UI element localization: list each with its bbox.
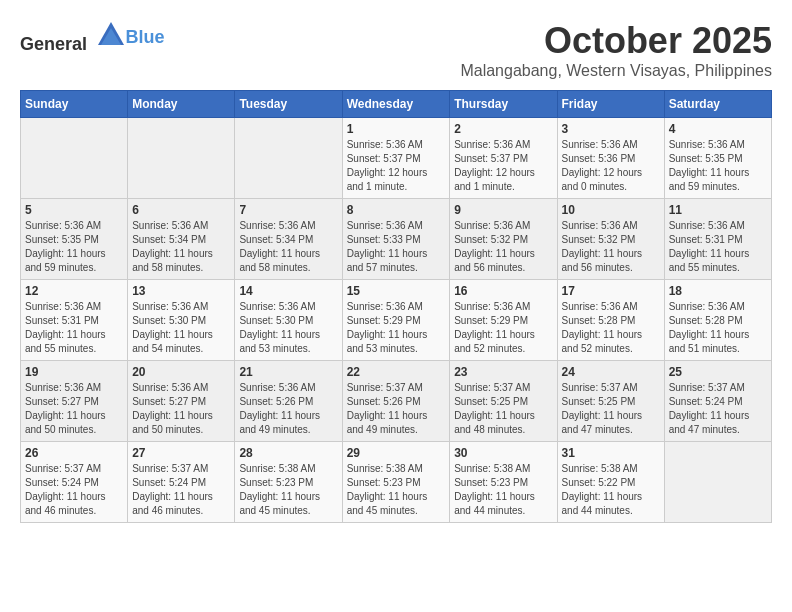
calendar-cell: 31Sunrise: 5:38 AM Sunset: 5:22 PM Dayli… — [557, 442, 664, 523]
calendar-cell: 27Sunrise: 5:37 AM Sunset: 5:24 PM Dayli… — [128, 442, 235, 523]
day-info: Sunrise: 5:38 AM Sunset: 5:23 PM Dayligh… — [454, 462, 552, 518]
day-number: 24 — [562, 365, 660, 379]
weekday-header-tuesday: Tuesday — [235, 91, 342, 118]
calendar-cell: 18Sunrise: 5:36 AM Sunset: 5:28 PM Dayli… — [664, 280, 771, 361]
day-info: Sunrise: 5:36 AM Sunset: 5:26 PM Dayligh… — [239, 381, 337, 437]
calendar-table: SundayMondayTuesdayWednesdayThursdayFrid… — [20, 90, 772, 523]
day-number: 26 — [25, 446, 123, 460]
calendar-cell: 5Sunrise: 5:36 AM Sunset: 5:35 PM Daylig… — [21, 199, 128, 280]
calendar-cell: 12Sunrise: 5:36 AM Sunset: 5:31 PM Dayli… — [21, 280, 128, 361]
day-info: Sunrise: 5:38 AM Sunset: 5:23 PM Dayligh… — [239, 462, 337, 518]
month-title: October 2025 — [460, 20, 772, 62]
day-info: Sunrise: 5:37 AM Sunset: 5:24 PM Dayligh… — [132, 462, 230, 518]
logo-icon — [96, 20, 126, 50]
day-number: 20 — [132, 365, 230, 379]
calendar-cell: 13Sunrise: 5:36 AM Sunset: 5:30 PM Dayli… — [128, 280, 235, 361]
day-number: 21 — [239, 365, 337, 379]
weekday-header-wednesday: Wednesday — [342, 91, 450, 118]
calendar-cell: 21Sunrise: 5:36 AM Sunset: 5:26 PM Dayli… — [235, 361, 342, 442]
calendar-week-row: 5Sunrise: 5:36 AM Sunset: 5:35 PM Daylig… — [21, 199, 772, 280]
calendar-cell: 4Sunrise: 5:36 AM Sunset: 5:35 PM Daylig… — [664, 118, 771, 199]
day-info: Sunrise: 5:36 AM Sunset: 5:30 PM Dayligh… — [132, 300, 230, 356]
day-info: Sunrise: 5:36 AM Sunset: 5:37 PM Dayligh… — [454, 138, 552, 194]
day-number: 27 — [132, 446, 230, 460]
calendar-cell — [21, 118, 128, 199]
calendar-cell: 2Sunrise: 5:36 AM Sunset: 5:37 PM Daylig… — [450, 118, 557, 199]
calendar-cell: 22Sunrise: 5:37 AM Sunset: 5:26 PM Dayli… — [342, 361, 450, 442]
day-info: Sunrise: 5:38 AM Sunset: 5:23 PM Dayligh… — [347, 462, 446, 518]
day-info: Sunrise: 5:36 AM Sunset: 5:29 PM Dayligh… — [454, 300, 552, 356]
calendar-body: 1Sunrise: 5:36 AM Sunset: 5:37 PM Daylig… — [21, 118, 772, 523]
calendar-cell — [664, 442, 771, 523]
calendar-week-row: 1Sunrise: 5:36 AM Sunset: 5:37 PM Daylig… — [21, 118, 772, 199]
day-number: 28 — [239, 446, 337, 460]
title-area: October 2025 Malangabang, Western Visaya… — [460, 20, 772, 80]
weekday-header-thursday: Thursday — [450, 91, 557, 118]
calendar-header: SundayMondayTuesdayWednesdayThursdayFrid… — [21, 91, 772, 118]
day-number: 11 — [669, 203, 767, 217]
calendar-week-row: 19Sunrise: 5:36 AM Sunset: 5:27 PM Dayli… — [21, 361, 772, 442]
calendar-cell: 19Sunrise: 5:36 AM Sunset: 5:27 PM Dayli… — [21, 361, 128, 442]
calendar-week-row: 26Sunrise: 5:37 AM Sunset: 5:24 PM Dayli… — [21, 442, 772, 523]
calendar-week-row: 12Sunrise: 5:36 AM Sunset: 5:31 PM Dayli… — [21, 280, 772, 361]
weekday-header-friday: Friday — [557, 91, 664, 118]
day-info: Sunrise: 5:36 AM Sunset: 5:29 PM Dayligh… — [347, 300, 446, 356]
calendar-cell: 3Sunrise: 5:36 AM Sunset: 5:36 PM Daylig… — [557, 118, 664, 199]
day-number: 31 — [562, 446, 660, 460]
day-info: Sunrise: 5:36 AM Sunset: 5:36 PM Dayligh… — [562, 138, 660, 194]
day-number: 29 — [347, 446, 446, 460]
day-number: 17 — [562, 284, 660, 298]
day-info: Sunrise: 5:36 AM Sunset: 5:35 PM Dayligh… — [669, 138, 767, 194]
day-info: Sunrise: 5:37 AM Sunset: 5:24 PM Dayligh… — [25, 462, 123, 518]
calendar-cell: 29Sunrise: 5:38 AM Sunset: 5:23 PM Dayli… — [342, 442, 450, 523]
logo-blue-text: Blue — [126, 27, 165, 48]
day-number: 7 — [239, 203, 337, 217]
calendar-cell: 1Sunrise: 5:36 AM Sunset: 5:37 PM Daylig… — [342, 118, 450, 199]
location-subtitle: Malangabang, Western Visayas, Philippine… — [460, 62, 772, 80]
calendar-cell: 17Sunrise: 5:36 AM Sunset: 5:28 PM Dayli… — [557, 280, 664, 361]
weekday-header-row: SundayMondayTuesdayWednesdayThursdayFrid… — [21, 91, 772, 118]
day-info: Sunrise: 5:37 AM Sunset: 5:24 PM Dayligh… — [669, 381, 767, 437]
calendar-cell: 23Sunrise: 5:37 AM Sunset: 5:25 PM Dayli… — [450, 361, 557, 442]
calendar-cell: 9Sunrise: 5:36 AM Sunset: 5:32 PM Daylig… — [450, 199, 557, 280]
calendar-cell: 10Sunrise: 5:36 AM Sunset: 5:32 PM Dayli… — [557, 199, 664, 280]
weekday-header-sunday: Sunday — [21, 91, 128, 118]
calendar-cell: 30Sunrise: 5:38 AM Sunset: 5:23 PM Dayli… — [450, 442, 557, 523]
day-number: 25 — [669, 365, 767, 379]
day-info: Sunrise: 5:37 AM Sunset: 5:25 PM Dayligh… — [562, 381, 660, 437]
calendar-cell: 16Sunrise: 5:36 AM Sunset: 5:29 PM Dayli… — [450, 280, 557, 361]
day-info: Sunrise: 5:36 AM Sunset: 5:32 PM Dayligh… — [454, 219, 552, 275]
day-number: 2 — [454, 122, 552, 136]
day-number: 10 — [562, 203, 660, 217]
day-number: 16 — [454, 284, 552, 298]
calendar-cell: 15Sunrise: 5:36 AM Sunset: 5:29 PM Dayli… — [342, 280, 450, 361]
day-number: 22 — [347, 365, 446, 379]
day-number: 3 — [562, 122, 660, 136]
calendar-cell: 26Sunrise: 5:37 AM Sunset: 5:24 PM Dayli… — [21, 442, 128, 523]
day-number: 19 — [25, 365, 123, 379]
day-number: 4 — [669, 122, 767, 136]
day-info: Sunrise: 5:36 AM Sunset: 5:34 PM Dayligh… — [132, 219, 230, 275]
day-info: Sunrise: 5:37 AM Sunset: 5:26 PM Dayligh… — [347, 381, 446, 437]
weekday-header-monday: Monday — [128, 91, 235, 118]
calendar-cell — [235, 118, 342, 199]
day-number: 13 — [132, 284, 230, 298]
day-number: 15 — [347, 284, 446, 298]
day-info: Sunrise: 5:36 AM Sunset: 5:35 PM Dayligh… — [25, 219, 123, 275]
day-number: 6 — [132, 203, 230, 217]
logo: General Blue — [20, 20, 165, 55]
day-info: Sunrise: 5:36 AM Sunset: 5:27 PM Dayligh… — [25, 381, 123, 437]
day-info: Sunrise: 5:36 AM Sunset: 5:32 PM Dayligh… — [562, 219, 660, 275]
day-number: 9 — [454, 203, 552, 217]
page-header: General Blue October 2025 Malangabang, W… — [20, 20, 772, 80]
day-info: Sunrise: 5:36 AM Sunset: 5:28 PM Dayligh… — [669, 300, 767, 356]
calendar-cell: 8Sunrise: 5:36 AM Sunset: 5:33 PM Daylig… — [342, 199, 450, 280]
calendar-cell — [128, 118, 235, 199]
calendar-cell: 7Sunrise: 5:36 AM Sunset: 5:34 PM Daylig… — [235, 199, 342, 280]
day-info: Sunrise: 5:37 AM Sunset: 5:25 PM Dayligh… — [454, 381, 552, 437]
day-number: 1 — [347, 122, 446, 136]
calendar-cell: 11Sunrise: 5:36 AM Sunset: 5:31 PM Dayli… — [664, 199, 771, 280]
day-info: Sunrise: 5:36 AM Sunset: 5:27 PM Dayligh… — [132, 381, 230, 437]
day-info: Sunrise: 5:36 AM Sunset: 5:30 PM Dayligh… — [239, 300, 337, 356]
day-info: Sunrise: 5:36 AM Sunset: 5:31 PM Dayligh… — [669, 219, 767, 275]
